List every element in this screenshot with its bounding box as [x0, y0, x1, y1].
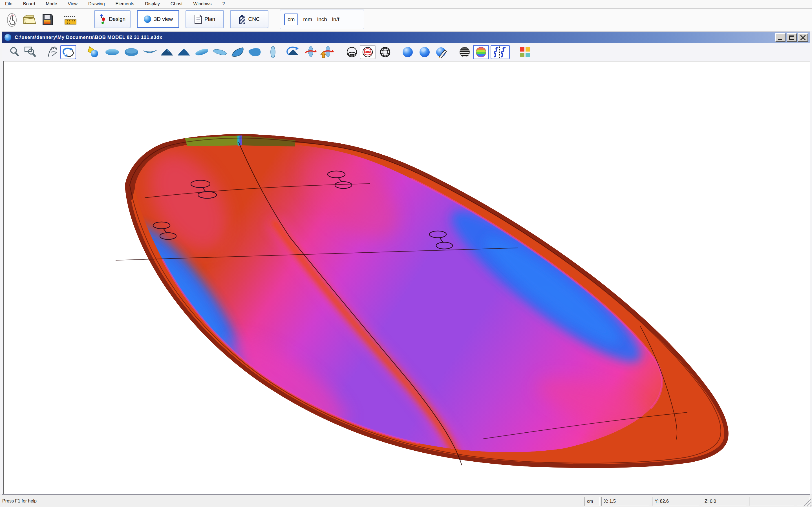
rotate-y-axis-icon[interactable] — [303, 45, 319, 59]
rotate-3d-icon[interactable] — [60, 45, 76, 59]
ruler-icon[interactable]: 1 0 — [64, 12, 79, 27]
svg-text:1 0: 1 0 — [66, 21, 70, 24]
pan-hand-icon[interactable] — [45, 45, 60, 59]
zoom-icon[interactable] — [7, 45, 22, 59]
status-unit: cm — [585, 497, 600, 506]
light-icon[interactable] — [85, 45, 101, 59]
menu-drawing[interactable]: Drawing — [88, 1, 105, 6]
main-toolbar: 1 0 Design 3D view Plan CNC — [0, 9, 812, 31]
curvature-sphere-icon[interactable] — [473, 45, 489, 59]
viewport-3d[interactable] — [3, 61, 810, 494]
app-sphere-icon — [4, 34, 11, 41]
menu-elements[interactable]: Elements — [116, 1, 135, 6]
status-help-text: Press F1 for help — [2, 499, 37, 504]
view-toolbar — [2, 43, 810, 61]
wireframe-red-sphere-icon[interactable] — [360, 45, 375, 59]
view-outline-icon[interactable] — [265, 45, 281, 59]
close-icon — [799, 34, 808, 41]
board-render — [4, 61, 811, 495]
units-group: cm mm inch in/f — [280, 10, 364, 29]
mesh-sphere-icon[interactable] — [377, 45, 393, 59]
menu-display[interactable]: Display — [145, 1, 160, 6]
rotate-up-icon[interactable] — [319, 45, 335, 59]
unit-cm[interactable]: cm — [284, 13, 298, 25]
view-perspective-bottom-icon[interactable] — [212, 45, 228, 59]
sphere-edit-icon[interactable] — [434, 45, 450, 59]
status-x: X: 1.5 — [601, 497, 649, 506]
shape3d-app: File Board Mode View Drawing Elements Di… — [0, 0, 812, 507]
shaded-sphere-2-icon[interactable] — [417, 45, 433, 59]
menu-view[interactable]: View — [68, 1, 78, 6]
title-bar[interactable]: C:\users\dennery\My Documents\BOB MODEL … — [2, 32, 810, 43]
plan-sheet-icon — [194, 14, 202, 24]
open-folder-icon[interactable] — [22, 12, 37, 27]
plan-mode-button[interactable]: Plan — [186, 10, 224, 28]
shaded-sphere-icon[interactable] — [400, 45, 416, 59]
view-3d-rear-icon[interactable] — [230, 45, 246, 59]
view3d-mode-button[interactable]: 3D view — [137, 10, 179, 28]
document-title: C:\users\dennery\My Documents\BOB MODEL … — [15, 35, 162, 40]
unit-inch[interactable]: inch — [317, 16, 327, 22]
plan-label: Plan — [204, 16, 215, 22]
flip-board-icon[interactable] — [285, 45, 301, 59]
status-bar: Press F1 for help cm X: 1.5 Y: 82.6 Z: 0… — [0, 495, 812, 507]
cnc-mode-button[interactable]: CNC — [230, 10, 268, 28]
symmetry-icon[interactable] — [491, 45, 510, 59]
view-3d-front-icon[interactable] — [248, 45, 263, 59]
view-perspective-top-icon[interactable] — [194, 45, 210, 59]
menu-file[interactable]: File — [5, 1, 12, 6]
view-bottom-icon[interactable] — [123, 45, 139, 59]
design-icon — [99, 14, 107, 24]
zebra-sphere-icon[interactable] — [457, 45, 472, 59]
cnc-bit-icon — [239, 14, 246, 24]
sphere-3d-icon — [143, 15, 152, 23]
maximize-icon — [789, 36, 794, 40]
view-top-icon[interactable] — [104, 45, 120, 59]
wireframe-sphere-icon[interactable] — [344, 45, 360, 59]
cnc-label: CNC — [248, 16, 260, 22]
close-button[interactable] — [798, 33, 808, 42]
menu-windows[interactable]: Windows — [193, 1, 211, 6]
color-palette-icon[interactable] — [517, 45, 533, 59]
menu-bar: File Board Mode View Drawing Elements Di… — [0, 0, 812, 8]
menu-ghost[interactable]: Ghost — [170, 1, 183, 6]
view-front-icon[interactable] — [159, 45, 175, 59]
maximize-button[interactable] — [786, 33, 797, 42]
status-z: Z: 0.0 — [702, 497, 746, 506]
view3d-label: 3D view — [154, 16, 173, 22]
status-empty-1 — [749, 497, 794, 506]
minimize-button[interactable] — [775, 33, 785, 42]
menu-help[interactable]: ? — [222, 1, 225, 6]
menu-board[interactable]: Board — [23, 1, 35, 6]
design-mode-button[interactable]: Design — [94, 10, 131, 28]
design-label: Design — [109, 16, 125, 22]
view-back-icon[interactable] — [176, 45, 192, 59]
menu-mode[interactable]: Mode — [46, 1, 57, 6]
unit-mm[interactable]: mm — [303, 16, 312, 22]
view-side-icon[interactable] — [142, 45, 158, 59]
pointer-hand-icon[interactable] — [4, 12, 19, 27]
minimize-icon — [778, 39, 782, 40]
save-icon[interactable] — [40, 12, 55, 27]
document-window: C:\users\dennery\My Documents\BOB MODEL … — [2, 32, 810, 495]
zoom-window-icon[interactable] — [22, 45, 38, 59]
status-y: Y: 82.6 — [652, 497, 699, 506]
unit-inf[interactable]: in/f — [332, 16, 339, 22]
